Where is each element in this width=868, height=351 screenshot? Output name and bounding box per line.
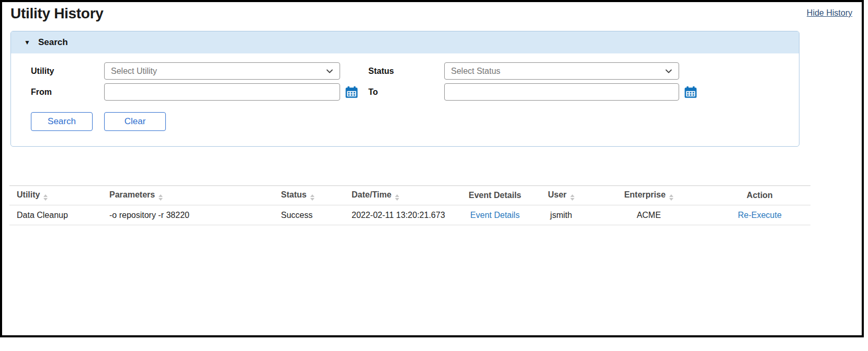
hide-history-link[interactable]: Hide History — [807, 8, 852, 18]
button-row: Search Clear — [31, 112, 799, 131]
utility-control: Select Utility — [104, 62, 368, 80]
sort-arrows-icon — [310, 194, 314, 201]
to-label: To — [368, 87, 444, 97]
column-label: Action — [747, 191, 773, 200]
column-label: User — [548, 190, 567, 199]
page-title: Utility History — [10, 5, 104, 22]
history-table: Utility Parameters Status Date/Time Even… — [9, 185, 810, 225]
top-bar: Utility History Hide History — [2, 2, 862, 22]
status-select-value: Select Status — [451, 67, 500, 76]
sort-arrows-icon — [43, 194, 48, 201]
chevron-down-icon — [665, 68, 672, 75]
column-label: Event Details — [469, 191, 521, 200]
search-button[interactable]: Search — [31, 112, 93, 131]
re-execute-link[interactable]: Re-Execute — [738, 211, 782, 220]
form-row-selects: Utility Select Utility Status Select Sta… — [31, 62, 799, 80]
cell-parameters: -o repository -r 38220 — [109, 205, 281, 225]
column-header-event-details: Event Details — [456, 186, 534, 205]
clear-button[interactable]: Clear — [104, 112, 166, 131]
utility-select-value: Select Utility — [111, 67, 157, 76]
chevron-down-icon — [326, 68, 333, 75]
column-label: Utility — [17, 190, 40, 199]
status-label: Status — [368, 67, 444, 76]
cell-enterprise: ACME — [589, 205, 709, 225]
column-header-status[interactable]: Status — [281, 186, 352, 205]
sort-arrows-icon — [669, 194, 673, 201]
column-header-enterprise[interactable]: Enterprise — [589, 186, 709, 205]
table-row: Data Cleanup -o repository -r 38220 Succ… — [9, 205, 810, 225]
sort-arrows-icon — [570, 194, 574, 201]
cell-utility: Data Cleanup — [9, 205, 109, 225]
from-label: From — [31, 87, 104, 97]
column-header-action: Action — [709, 186, 810, 205]
column-label: Parameters — [109, 190, 155, 199]
sort-arrows-icon — [395, 194, 399, 201]
from-control — [104, 83, 368, 101]
cell-datetime: 2022-02-11 13:20:21.673 — [352, 205, 456, 225]
table-header-row: Utility Parameters Status Date/Time Even… — [9, 186, 810, 205]
sort-arrows-icon — [159, 194, 163, 201]
cell-action: Re-Execute — [709, 205, 810, 225]
cell-status: Success — [281, 205, 352, 225]
calendar-icon[interactable] — [345, 85, 358, 99]
to-date-input[interactable] — [444, 83, 679, 101]
search-panel-body: Utility Select Utility Status Select Sta… — [11, 53, 799, 146]
utility-label: Utility — [31, 67, 104, 76]
history-table-container: Utility Parameters Status Date/Time Even… — [9, 185, 810, 225]
status-select[interactable]: Select Status — [444, 62, 679, 80]
caret-down-icon: ▼ — [24, 39, 30, 46]
event-details-link[interactable]: Event Details — [470, 211, 520, 220]
search-panel-header[interactable]: ▼ Search — [11, 31, 799, 53]
column-header-datetime[interactable]: Date/Time — [352, 186, 456, 205]
cell-user: jsmith — [534, 205, 589, 225]
column-header-utility[interactable]: Utility — [9, 186, 109, 205]
cell-event-details: Event Details — [456, 205, 534, 225]
calendar-icon[interactable] — [684, 85, 697, 99]
form-row-dates: From — [31, 83, 799, 101]
column-label: Date/Time — [352, 190, 391, 199]
column-header-parameters[interactable]: Parameters — [109, 186, 281, 205]
column-label: Enterprise — [624, 190, 666, 199]
from-date-input[interactable] — [104, 83, 340, 101]
search-panel-title: Search — [38, 37, 68, 48]
search-panel: ▼ Search Utility Select Utility Status S… — [10, 31, 799, 147]
column-label: Status — [281, 190, 307, 199]
utility-select[interactable]: Select Utility — [104, 62, 340, 80]
column-header-user[interactable]: User — [534, 186, 589, 205]
app-window: Utility History Hide History ▼ Search Ut… — [0, 0, 864, 337]
